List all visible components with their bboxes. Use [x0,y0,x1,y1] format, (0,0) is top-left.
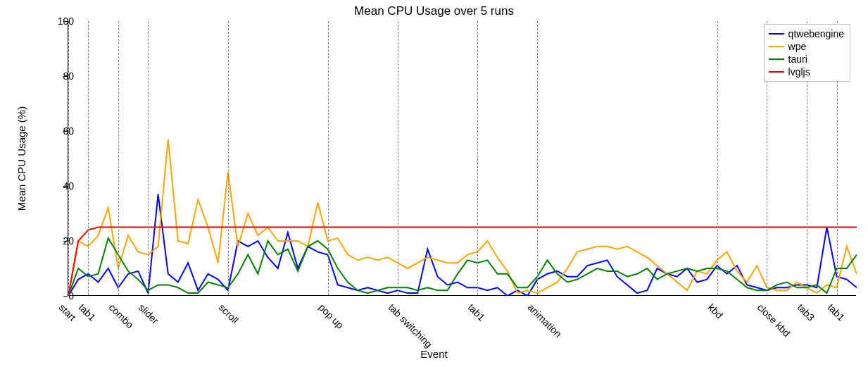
x-tick-label: pop up [316,301,346,331]
legend-item: qtwebengine [769,27,844,40]
event-gridline [68,21,69,295]
y-axis-label: Mean CPU Usage (%) [15,106,27,211]
x-tick-label: scroll [217,301,241,325]
event-gridline [537,21,538,295]
event-gridline [148,21,149,295]
event-gridline [398,21,398,295]
legend: qtwebenginewpetaurilvgljs [764,24,850,82]
x-tick-label: start [57,301,79,323]
legend-item: tauri [769,53,844,66]
event-gridline [88,21,89,295]
x-tick-label: tab switching [386,301,435,350]
chart-title: Mean CPU Usage over 5 runs [0,4,868,18]
x-tick-label: tab1 [466,301,488,323]
legend-label: lvgljs [788,66,810,78]
event-gridline [717,21,718,295]
legend-label: qtwebengine [788,27,844,40]
legend-label: wpe [788,40,807,53]
x-tick-label: tab3 [795,301,817,323]
line-series [68,21,857,296]
legend-item: lvgljs [769,66,844,78]
legend-label: tauri [788,53,807,66]
x-tick-label: animation [526,301,564,340]
x-tick-label: slider [137,301,161,326]
x-tick-label: kbd [705,301,724,321]
event-gridline [228,21,229,295]
series-wpe [68,139,857,296]
x-tick-label: combo [107,301,136,330]
event-gridline [477,21,478,295]
legend-item: wpe [769,40,844,53]
legend-swatch [769,46,784,47]
x-tick-label: tab1 [77,301,99,323]
legend-swatch [769,33,784,35]
x-tick-label: tab1 [825,301,847,323]
plot-area: qtwebenginewpetaurilvgljs [68,21,856,296]
event-gridline [328,21,329,295]
x-tick-label: close kbd [755,301,793,339]
legend-swatch [769,71,784,73]
event-gridline [118,21,119,295]
x-axis-label: Event [0,348,868,360]
legend-swatch [769,58,784,60]
